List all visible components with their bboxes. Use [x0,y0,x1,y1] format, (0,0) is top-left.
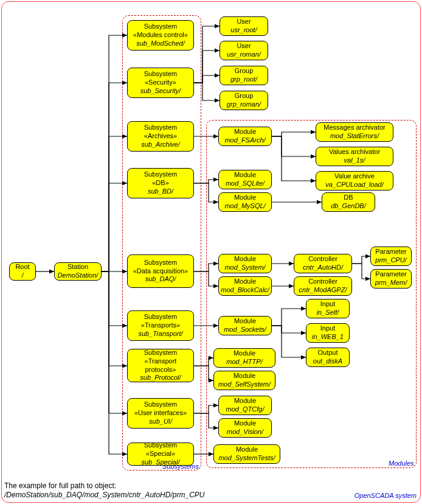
node-path: sub_Transport/ [130,330,192,338]
node-title: Subsystem«DB» [130,170,192,187]
node-title: Subsystem«Data acquisition» [130,259,192,276]
node-path: sub_UI/ [130,418,192,426]
node-user-roman: Userusr_roman/ [220,41,268,60]
node-title: Messages archivator [318,124,391,132]
node-path: mod_SystemTests/ [216,454,278,463]
node-title: Controller [296,255,350,264]
node-input-self: Inputin_Self/ [306,299,350,318]
node-sub-security: Subsystem«Security»sub_Security/ [127,68,194,98]
node-title: Module [216,446,278,454]
node-val-archivator: Values archivatorval_1s/ [316,147,393,166]
node-path: mod_StatErrors/ [318,132,391,141]
node-title: Subsystem«Modules control» [130,23,192,40]
node-path: grp_roman/ [222,100,266,109]
node-param-mem: Parameterprm_Mem/ [370,269,412,289]
node-mod-http: Modulemod_HTTP/ [213,348,275,368]
node-title: Module [221,128,269,136]
node-sub-db: Subsystem«DB»sub_BD/ [127,168,194,198]
node-msg-archivator: Messages archivatormod_StatErrors/ [316,122,393,142]
node-path: db_GenDB/ [324,202,373,211]
node-title: Module [221,397,269,405]
node-ctrl-autohd: Controllercntr_AutoHD/ [294,254,352,273]
node-path: val_1s/ [318,156,391,165]
node-path: mod_FSArch/ [221,136,269,145]
node-title: Input [308,324,347,333]
node-title: Module [221,278,269,286]
node-title: Subsystem«User interfaces» [130,401,192,418]
node-title: Module [221,317,269,326]
node-path: sub_Archive/ [130,141,192,149]
node-path: va_CPULoad_load/ [318,181,391,189]
node-title: Values archivator [318,148,391,156]
node-path: mod_System/ [221,264,269,272]
node-path: usr_root/ [222,26,266,35]
node-title: Controller [296,278,350,286]
node-mod-system: Modulemod_System/ [218,254,272,273]
node-title: Module [216,372,273,380]
node-path: mod_Vision/ [221,428,269,436]
node-title: Subsystem«Transport protocols» [130,349,192,374]
node-mod-fsarch: Modulemod_FSArch/ [218,127,272,146]
node-title: Parameter [373,248,409,256]
node-path: in_Self/ [308,309,347,317]
node-path: sub_DAQ/ [130,275,192,284]
node-path: / [12,271,33,280]
node-root: Root / [9,262,36,281]
node-title: Parameter [373,270,409,279]
node-sub-trans: Subsystem«Transports»sub_Transport/ [127,310,194,341]
diagram-frame: Subsystems Modules [1,1,421,503]
node-title: Value archive [318,172,391,181]
node-path: cntr_ModAGPZ/ [296,286,350,295]
node-path: sub_Protocol/ [130,374,192,382]
node-title: Group [222,67,266,75]
node-path: sub_BD/ [130,187,192,196]
node-mod-mysql: Modulemod_MySQL/ [218,192,272,212]
node-title: Output [308,349,347,357]
node-path: mod_Sockets/ [221,326,269,334]
node-path: mod_QTCfg/ [221,405,269,414]
node-title: DB [324,194,373,202]
node-title: Module [221,419,269,428]
node-sub-modules: Subsystem«Modules control»sub_ModSched/ [127,20,194,51]
node-path: out_diskA [308,357,347,366]
node-path: mod_MySQL/ [221,202,269,211]
node-mod-sockets: Modulemod_Sockets/ [218,316,272,335]
node-title: Group [222,92,266,100]
node-group-roman: Groupgrp_roman/ [220,91,268,110]
node-db-gendb: DBdb_GenDB/ [322,192,375,212]
footer-path: /DemoStation/sub_DAQ/mod_System/cntr_Aut… [4,491,204,499]
node-sub-prot: Subsystem«Transport protocols»sub_Protoc… [127,349,194,382]
node-path: sub_ModSched/ [130,40,192,48]
node-title: Subsystem«Transports» [130,313,192,330]
node-title: Root [12,263,33,271]
node-mod-sqlite: Modulemod_SQLite/ [218,170,272,189]
node-input-web: Inputin_WEB_1 [306,323,350,343]
node-mod-qtcfg: Modulemod_QTCfg/ [218,396,272,415]
node-title: Module [216,349,273,358]
node-mod-block: Modulemod_BlockCalc/ [218,276,272,296]
node-title: Input [308,300,347,309]
node-path: sub_Special/ [130,458,192,467]
node-sub-special: Subsystem«Special»sub_Special/ [127,443,194,466]
node-sub-ui: Subsystem«User interfaces»sub_UI/ [127,398,194,429]
node-path: sub_Security/ [130,87,192,96]
node-title: Module [221,194,269,202]
footer-caption: The example for full path to object: [4,481,116,490]
node-ctrl-agpz: Controllercntr_ModAGPZ/ [294,276,352,296]
node-val-archive: Value archiveva_CPULoad_load/ [316,171,393,191]
node-title: Subsystem«Archives» [130,124,192,141]
node-mod-vision: Modulemod_Vision/ [218,418,272,438]
node-param-cpu: Parameterprm_CPU/ [370,247,412,266]
node-station: Station DemoStation/ [54,262,102,281]
node-title: Subsystem«Security» [130,70,192,87]
node-title: User [222,18,266,26]
node-path: grp_root/ [222,75,266,84]
node-title: User [222,42,266,51]
node-path: mod_HTTP/ [216,358,273,366]
node-sub-daq: Subsystem«Data acquisition»sub_DAQ/ [127,254,194,288]
node-path: prm_Mem/ [373,279,409,287]
node-path: usr_roman/ [222,51,266,59]
node-title: Module [221,171,269,180]
node-output-disk: Outputout_diskA [306,348,350,367]
node-mod-systests: Modulemod_SystemTests/ [213,444,280,464]
